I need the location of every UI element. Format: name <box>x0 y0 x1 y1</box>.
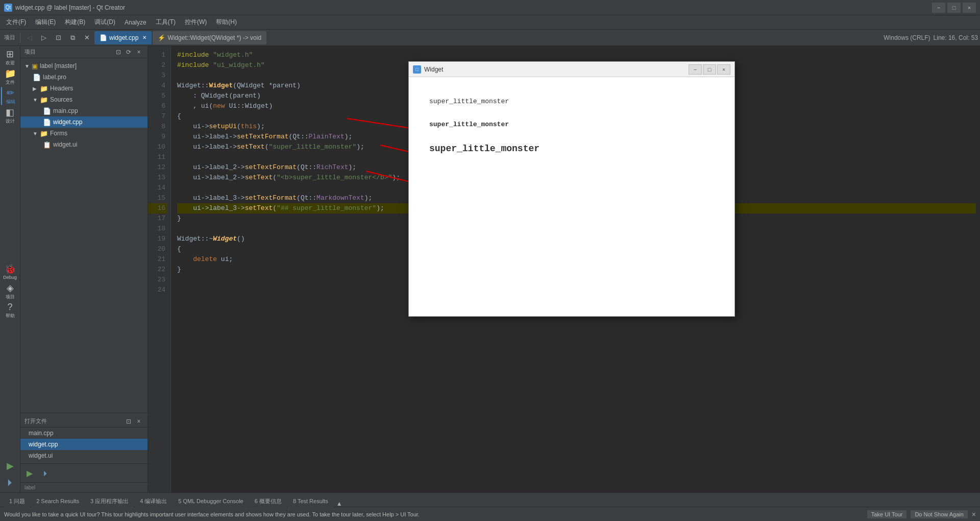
toolbar: 项目 ◁ ▷ ⊡ ⧉ ✕ 📄 widget.cpp ✕ ⚡ Widget::Wi… <box>0 30 980 46</box>
ln-3: 3 <box>148 70 167 81</box>
sidebar-help[interactable]: ? 帮助 <box>1 301 19 320</box>
tree-item-widget-cpp[interactable]: 📄 widget.cpp <box>20 116 148 128</box>
preview-title-text: Widget <box>424 66 685 73</box>
tree-item-forms[interactable]: ▼ 📁 Forms <box>20 128 148 139</box>
bottom-tab-expand[interactable]: ▲ <box>336 500 342 507</box>
bottom-tab-qml[interactable]: 5 QML Debugger Console <box>173 495 248 507</box>
bottom-actions: ▶ ⏵ <box>2 458 18 490</box>
edit-label: 编辑 <box>6 99 15 105</box>
project-panel-header: 项目 ⊡ ⟳ × <box>20 46 148 58</box>
menu-debug[interactable]: 调试(D) <box>90 16 119 28</box>
close-button[interactable]: × <box>963 3 976 13</box>
welcome-label: 欢迎 <box>6 60 15 66</box>
run-btn-side[interactable]: ▶ <box>22 466 37 480</box>
do-not-show-button[interactable]: Do Not Show Again <box>911 510 967 518</box>
notification-text: Would you like to take a quick UI tour? … <box>4 511 863 517</box>
sidebar-project[interactable]: ◈ 项目 <box>1 282 19 300</box>
ln-21: 21 <box>148 254 167 265</box>
preview-label-1: super_little_monster <box>429 98 724 105</box>
menu-analyze[interactable]: Analyze <box>120 17 151 28</box>
sidebar-edit[interactable]: ✏ 编辑 <box>1 87 19 105</box>
toolbar-tabs-section: 📄 widget.cpp ✕ ⚡ Widget::Widget(QWidget … <box>94 31 266 44</box>
bottom-tab-test[interactable]: 8 Test Results <box>288 495 333 507</box>
bottom-tab-compile[interactable]: 4 编译输出 <box>135 495 172 507</box>
close-editor-button[interactable]: ✕ <box>80 31 93 44</box>
menu-edit[interactable]: 编辑(E) <box>31 16 60 28</box>
file-tree: ▼ ▣ label [master] 📄 label.pro ▶ 📁 Heade… <box>20 58 148 413</box>
panel-filter-btn[interactable]: ⊡ <box>114 48 123 57</box>
ln-12: 12 <box>148 162 167 173</box>
menu-help[interactable]: 帮助(H) <box>212 16 241 28</box>
project-bottom-label: label <box>24 485 35 490</box>
menu-tools[interactable]: 工具(T) <box>152 16 180 28</box>
open-file-widget-cpp[interactable]: widget.cpp <box>20 439 148 450</box>
tree-item-headers[interactable]: ▶ 📁 Headers <box>20 83 148 94</box>
notification-close-button[interactable]: × <box>972 510 976 518</box>
tree-item-label-pro[interactable]: 📄 label.pro <box>20 72 148 83</box>
headers-name: Headers <box>50 85 73 92</box>
welcome-icon: ⊞ <box>6 49 14 60</box>
open-file-widget-ui[interactable]: widget.ui <box>20 450 148 461</box>
editor-tab-function[interactable]: ⚡ Widget::Widget(QWidget *) -> void <box>153 31 266 44</box>
headers-arrow: ▶ <box>33 86 38 91</box>
preview-maximize[interactable]: □ <box>703 64 716 75</box>
debug-btn-side[interactable]: ⏵ <box>39 466 53 480</box>
bottom-tab-search[interactable]: 2 Search Results <box>31 495 84 507</box>
back-button[interactable]: ◁ <box>23 31 36 44</box>
sidebar-design[interactable]: ◧ 设计 <box>1 106 19 125</box>
open-files-filter[interactable]: ⊡ <box>124 417 133 426</box>
open-file-main-cpp[interactable]: main.cpp <box>20 428 148 439</box>
open-file-widget-label: widget.cpp <box>29 441 58 448</box>
minimize-button[interactable]: − <box>932 3 945 13</box>
ln-23: 23 <box>148 275 167 285</box>
label-pro-name: label.pro <box>43 74 66 81</box>
sidebar-file[interactable]: 📁 文件 <box>1 67 19 86</box>
forward-button[interactable]: ▷ <box>37 31 51 44</box>
tree-root[interactable]: ▼ ▣ label [master] <box>20 60 148 72</box>
preview-text-plain: super_little_monster <box>429 98 509 105</box>
sidebar-welcome[interactable]: ⊞ 欢迎 <box>1 48 19 66</box>
run-button[interactable]: ▶ <box>2 458 18 474</box>
ln-17: 17 <box>148 214 167 224</box>
tab-icon: 📄 <box>100 34 107 41</box>
panel-close-btn[interactable]: × <box>134 48 143 57</box>
preview-app-icon: □ <box>413 65 421 74</box>
ln-6: 6 <box>148 101 167 111</box>
file-tree-panel: 项目 ⊡ ⟳ × ▼ ▣ label [master] 📄 label.pro … <box>20 46 148 492</box>
take-tour-button[interactable]: Take UI Tour <box>867 510 907 518</box>
menu-controls[interactable]: 控件(W) <box>181 16 211 28</box>
bottom-tab-overview[interactable]: 6 概要信息 <box>250 495 287 507</box>
ln-24: 24 <box>148 285 167 295</box>
ln-18: 18 <box>148 224 167 234</box>
split-button[interactable]: ⧉ <box>66 31 79 44</box>
bottom-tab-problems[interactable]: 1 问题 <box>4 495 30 507</box>
preview-title-bar: □ Widget − □ × <box>409 62 734 77</box>
help-icon: ? <box>7 302 12 313</box>
tree-item-main-cpp[interactable]: 📄 main.cpp <box>20 105 148 116</box>
menu-build[interactable]: 构建(B) <box>61 16 89 28</box>
tab-close-icon[interactable]: ✕ <box>142 35 146 40</box>
file-label: 文件 <box>6 79 15 86</box>
menu-file[interactable]: 文件(F) <box>2 16 30 28</box>
editor-tab-widget-cpp[interactable]: 📄 widget.cpp ✕ <box>94 31 152 44</box>
debug-run-button[interactable]: ⏵ <box>2 474 18 490</box>
open-files-close[interactable]: × <box>134 417 143 426</box>
sidebar-debug[interactable]: 🐞 Debug <box>1 263 19 281</box>
panel-sync-btn[interactable]: ⟳ <box>124 48 133 57</box>
main-cpp-name: main.cpp <box>53 107 78 114</box>
bottom-tab-app-output[interactable]: 3 应用程序输出 <box>85 495 134 507</box>
debug-label: Debug <box>3 275 17 280</box>
notification-bar: Would you like to take a quick UI tour? … <box>0 507 980 521</box>
maximize-button[interactable]: □ <box>947 3 961 13</box>
tree-item-sources[interactable]: ▼ 📁 Sources <box>20 94 148 105</box>
snap-button[interactable]: ⊡ <box>52 31 65 44</box>
file-tree-icon: 📁 <box>5 68 16 79</box>
project-label-side: 项目 <box>6 294 15 300</box>
root-arrow: ▼ <box>24 63 30 69</box>
tree-item-widget-ui[interactable]: 📋 widget.ui <box>20 139 148 150</box>
sources-folder-icon: 📁 <box>40 96 48 104</box>
toolbar-right: Windows (CRLF) Line: 16, Col: 53 <box>884 34 978 41</box>
panel-header-buttons: ⊡ ⟳ × <box>114 48 143 57</box>
preview-minimize[interactable]: − <box>689 64 702 75</box>
preview-close[interactable]: × <box>717 64 730 75</box>
